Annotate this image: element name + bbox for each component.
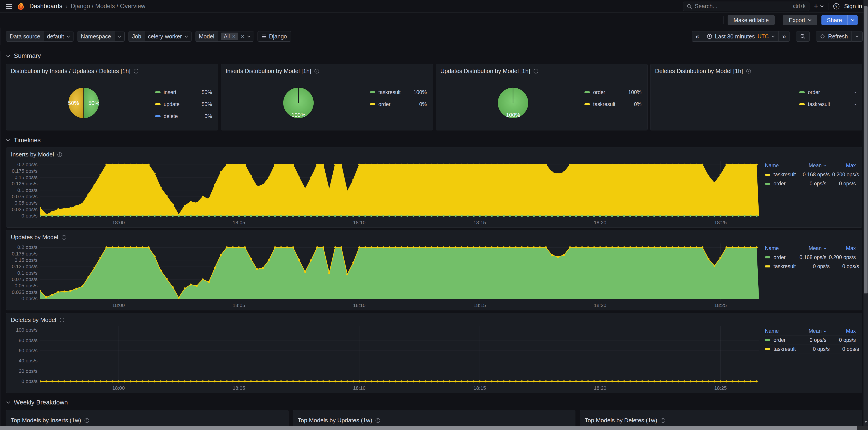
legend-item-order[interactable]: order100% [585, 86, 642, 98]
clock-icon [707, 34, 712, 39]
pie-chart-inserts[interactable]: 100% [227, 76, 370, 129]
breadcrumb-dashboards[interactable]: Dashboards [29, 3, 62, 10]
legend-value: 0% [205, 113, 212, 119]
series-max: 0 ops/s [827, 181, 856, 187]
share-menu-button[interactable] [847, 15, 858, 25]
help-button[interactable]: ? [833, 3, 840, 10]
legend-header-name[interactable]: Name [765, 245, 793, 251]
time-shift-forward-button[interactable]: » [779, 31, 790, 41]
refresh-button[interactable]: Refresh [816, 31, 852, 41]
legend-header-name[interactable]: Name [765, 162, 793, 168]
info-icon [62, 235, 66, 240]
job-select[interactable]: celery-worker [145, 31, 191, 41]
section-header-timelines[interactable]: Timelines [6, 135, 862, 145]
add-new-button[interactable]: + [814, 2, 824, 10]
legend-item-insert[interactable]: insert50% [155, 86, 212, 98]
legend-swatch [155, 103, 160, 105]
panel-header[interactable]: Deletes by Model [6, 313, 862, 325]
chevron-down-icon [808, 19, 811, 21]
svg-text:100%: 100% [506, 112, 520, 118]
panel-header[interactable]: Inserts Distribution by Model [1h] [221, 64, 433, 76]
legend-name: taskresult [378, 89, 413, 95]
horizontal-scrollbar[interactable] [0, 426, 868, 430]
pie-chart-operations[interactable]: 50%50% [12, 76, 155, 129]
make-editable-label: Make editable [734, 17, 769, 24]
panel-header[interactable]: Deletes Distribution by Model [1h] [650, 64, 862, 76]
model-select[interactable]: All × × [218, 31, 254, 41]
section-header-weekly[interactable]: Weekly Breakdown [6, 398, 862, 407]
legend-row-order[interactable]: order 0 ops/s 0 ops/s [765, 336, 856, 345]
vertical-scrollbar[interactable] [864, 0, 868, 426]
time-range-picker[interactable]: Last 30 minutes UTC [703, 31, 779, 41]
scrollbar-thumb[interactable] [0, 426, 857, 430]
panel-header[interactable]: Top Models by Updates (1w) [293, 410, 575, 426]
search-input[interactable] [695, 3, 790, 9]
scrollbar-thumb[interactable] [864, 6, 868, 294]
panel-header[interactable]: Updates by Model [6, 230, 862, 243]
legend-header-mean[interactable]: Mean [793, 162, 827, 168]
panel-header[interactable]: Top Models by Deletes (1w) [580, 410, 862, 426]
legend-row-order[interactable]: order 0 ops/s 0 ops/s [765, 179, 856, 188]
menu-toggle-button[interactable] [6, 4, 12, 9]
datasource-label: Data source [6, 31, 44, 41]
legend-item-order[interactable]: order- [799, 86, 856, 98]
zoom-out-button[interactable] [796, 31, 810, 41]
legend-header-mean[interactable]: Mean [793, 245, 827, 251]
model-chip-all[interactable]: All × [221, 33, 238, 40]
pie-chart-updates[interactable]: 100% [442, 76, 585, 129]
namespace-select[interactable] [115, 31, 124, 41]
panel-header[interactable]: Inserts by Model [6, 147, 862, 160]
legend-header-max[interactable]: Max [827, 245, 856, 251]
legend-item-update[interactable]: update50% [155, 98, 212, 110]
legend-value: - [855, 89, 856, 95]
info-icon [314, 69, 319, 74]
chip-remove-icon[interactable]: × [232, 33, 236, 39]
legend-row-taskresult[interactable]: taskresult 0.168 ops/s 0.200 ops/s [765, 170, 856, 179]
section-header-summary[interactable]: Summary [6, 51, 862, 61]
legend-header-max[interactable]: Max [827, 162, 856, 168]
model-clear-icon[interactable]: × [241, 33, 244, 39]
scroll-down-arrow-icon[interactable] [864, 421, 867, 423]
sign-in-link[interactable]: Sign in [844, 3, 862, 10]
legend-swatch [765, 256, 770, 258]
panel-updates-by-model: Updates by Model 0.2 ops/s0.175 ops/s0.1… [6, 230, 862, 310]
refresh-interval-button[interactable] [852, 31, 863, 41]
panel-header[interactable]: Top Models by Inserts (1w) [6, 410, 288, 426]
double-chevron-left-icon: « [695, 33, 699, 40]
legend-item-taskresult[interactable]: taskresult0% [585, 98, 642, 110]
legend-item-delete[interactable]: delete0% [155, 110, 212, 122]
grafana-logo[interactable] [17, 2, 25, 11]
legend-row-order[interactable]: order 0.168 ops/s 0.200 ops/s [765, 253, 856, 262]
legend-swatch [765, 174, 770, 176]
legend-header-name[interactable]: Name [765, 328, 793, 334]
datasource-select[interactable]: default [44, 31, 73, 41]
time-shift-back-button[interactable]: « [692, 31, 703, 41]
namespace-label: Namespace [77, 31, 115, 41]
django-group-button[interactable]: Django [257, 31, 291, 41]
legend-row-taskresult[interactable]: taskresult 0 ops/s 0 ops/s [765, 345, 856, 354]
panel-header[interactable]: Distribution by Inserts / Updates / Dele… [6, 64, 218, 76]
filter-bar: Data source default Namespace Job celery… [0, 28, 868, 45]
legend-header-max[interactable]: Max [827, 328, 856, 334]
time-series-plot[interactable] [40, 326, 759, 383]
info-icon [59, 318, 64, 322]
legend-swatch [799, 91, 805, 93]
time-series-plot[interactable] [40, 161, 759, 218]
legend-item-taskresult[interactable]: taskresult100% [370, 86, 427, 98]
legend-item-order[interactable]: order0% [370, 98, 427, 110]
panel-header[interactable]: Updates Distribution by Model [1h] [436, 64, 648, 76]
share-button[interactable]: Share [822, 15, 847, 25]
make-editable-button[interactable]: Make editable [727, 15, 775, 25]
series-max: 0.200 ops/s [827, 254, 856, 260]
legend-table: Name Mean Max taskresult 0.168 ops/s 0.2… [765, 161, 862, 227]
model-control: Model All × × [195, 31, 254, 41]
legend-row-taskresult[interactable]: taskresult 0 ops/s 0 ops/s [765, 262, 856, 271]
legend-header-mean[interactable]: Mean [793, 328, 827, 334]
chevron-down-icon [6, 55, 10, 57]
time-series-plot[interactable] [40, 244, 759, 301]
export-button[interactable]: Export [783, 15, 817, 25]
search-box[interactable]: ctrl+k [683, 2, 809, 11]
legend-item-taskresult[interactable]: taskresult- [799, 98, 856, 110]
legend-value: 50% [202, 101, 212, 108]
svg-text:50%: 50% [68, 100, 79, 106]
